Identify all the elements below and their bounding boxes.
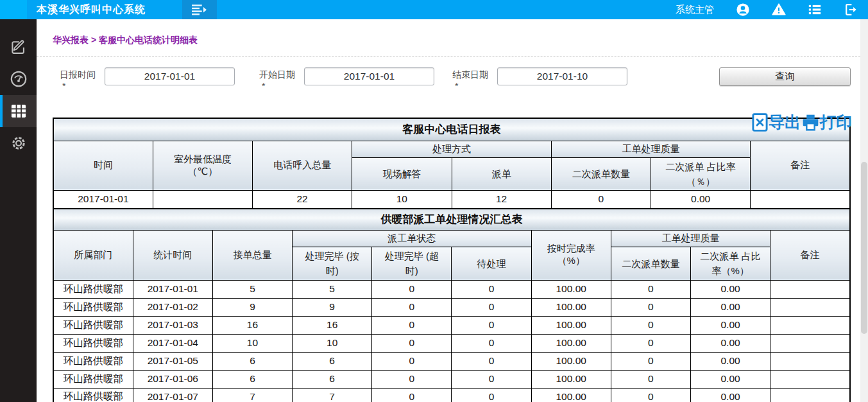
search-button[interactable]: 查询 (719, 67, 851, 86)
table-cell: 0.00 (651, 191, 751, 209)
table-cell (770, 352, 850, 370)
table-cell: 5 (293, 280, 372, 298)
column-header: 二次派单数量 (611, 247, 690, 281)
user-role-label[interactable]: 系统主管 (676, 4, 714, 16)
table-cell: 7 (293, 388, 372, 402)
print-button[interactable]: 打印 (802, 114, 852, 131)
table-cell: 9 (212, 298, 292, 316)
table-cell: 0 (611, 280, 690, 298)
scrollbar-thumb[interactable] (861, 162, 867, 334)
table-cell: 0 (452, 370, 531, 388)
table-title: 客服中心电话日报表 (53, 118, 850, 141)
topbar-right-group: 系统主管 (676, 0, 858, 19)
table-cell: 2017-01-03 (133, 316, 212, 334)
end-date-input[interactable] (497, 67, 627, 85)
table-cell: 10 (293, 334, 372, 352)
filter-label-report-date: 日报时间* (60, 67, 96, 92)
app-window: 本溪华兴呼叫中心系统 系统主管 (0, 0, 868, 402)
column-group-header: 工单处理质量 (551, 141, 751, 157)
excel-icon (752, 113, 769, 132)
table-cell (770, 280, 850, 298)
table-cell: 0.00 (691, 334, 770, 352)
table-cell: 0 (452, 388, 531, 402)
main-content: 华兴报表 > 客服中心电话统计明细表 日报时间* 开始日期* 结束日期* 查询 (37, 19, 860, 402)
list-icon[interactable] (808, 3, 822, 17)
report-tables: 导出 打印 客服中心电话日报表 (53, 118, 851, 402)
table-cell: 0 (372, 280, 452, 298)
column-header: 接单总量 (212, 231, 292, 281)
table-cell (770, 316, 850, 334)
table-cell: 6 (293, 370, 372, 388)
column-header: 处理完毕 (超时) (372, 247, 452, 281)
sidebar-item-dashboard[interactable] (0, 63, 37, 95)
table-cell: 6 (212, 352, 292, 370)
table-cell: 0 (611, 334, 690, 352)
table-cell: 100.00 (531, 352, 611, 370)
table-cell (770, 370, 850, 388)
table-cell: 6 (293, 352, 372, 370)
table-cell: 0.00 (691, 298, 770, 316)
table-cell: 0 (372, 352, 452, 370)
table-cell: 22 (253, 191, 352, 209)
table-cell: 2017-01-01 (133, 280, 212, 298)
filter-bar: 日报时间* 开始日期* 结束日期* 查询 (37, 57, 860, 92)
table-cell: 环山路供暖部 (53, 298, 133, 316)
topbar-left-accent (0, 0, 27, 19)
column-header: 派单 (452, 157, 551, 191)
vertical-scrollbar[interactable] (860, 19, 868, 402)
table-cell: 环山路供暖部 (53, 352, 133, 370)
table-cell: 0.00 (691, 280, 770, 298)
table-cell: 100.00 (531, 298, 611, 316)
column-group-header: 处理方式 (352, 141, 552, 157)
summary-rows: 环山路供暖部2017-01-015500100.0000.00环山路供暖部201… (53, 280, 850, 402)
table-title: 供暖部派工单处理情况汇总表 (53, 209, 850, 231)
breadcrumb: 华兴报表 > 客服中心电话统计明细表 (37, 19, 860, 57)
start-date-input[interactable] (304, 67, 434, 85)
sidebar-item-edit[interactable] (0, 31, 37, 63)
table-row: 环山路供暖部2017-01-04101000100.0000.00 (53, 334, 850, 352)
table-row: 环山路供暖部2017-01-029900100.0000.00 (53, 298, 850, 316)
table-cell: 5 (212, 280, 292, 298)
table-cell: 0 (452, 280, 531, 298)
required-asterisk: * (259, 81, 295, 92)
menu-toggle-button[interactable] (182, 0, 217, 19)
user-icon[interactable] (736, 3, 750, 17)
column-group-header: 工单处理质量 (611, 231, 770, 247)
table-cell (770, 298, 850, 316)
gauge-icon (10, 70, 28, 88)
column-header: 备注 (751, 141, 850, 191)
table-cell: 0 (611, 370, 690, 388)
printer-icon (802, 114, 820, 131)
sidebar-item-reports[interactable] (0, 95, 37, 127)
column-header: 二次派单数量 (551, 157, 651, 191)
report-date-input[interactable] (105, 67, 235, 85)
table-row: 环山路供暖部2017-01-015500100.0000.00 (53, 280, 850, 298)
table-cell: 16 (293, 316, 372, 334)
table-cell: 12 (452, 191, 551, 209)
table-cell: 0.00 (691, 388, 770, 402)
sidebar-item-settings[interactable] (0, 127, 37, 159)
table-row: 环山路供暖部2017-01-056600100.0000.00 (53, 352, 850, 370)
table-cell: 7 (212, 388, 292, 402)
filter-label-end-date: 结束日期* (452, 67, 488, 92)
table-cell: 环山路供暖部 (53, 334, 133, 352)
table-cell: 10 (352, 191, 452, 209)
logout-icon[interactable] (844, 3, 858, 17)
column-header: 二次派单 占比率（％） (651, 157, 751, 191)
alert-triangle-icon[interactable] (772, 3, 786, 17)
column-header: 时间 (53, 141, 153, 191)
table-cell: 9 (293, 298, 372, 316)
table-cell: 100.00 (531, 334, 611, 352)
table-actions: 导出 打印 (752, 113, 852, 132)
table-cell (770, 388, 850, 402)
table-cell: 100.00 (531, 388, 611, 402)
table-cell: 0 (452, 298, 531, 316)
required-asterisk: * (60, 81, 96, 92)
column-header: 电话呼入总量 (253, 141, 352, 191)
table-cell: 100.00 (531, 280, 611, 298)
table-row: 2017-01-0122101200.00 (53, 191, 850, 209)
daily-report-rows: 2017-01-0122101200.00 (53, 191, 850, 209)
table-cell (751, 191, 850, 209)
export-button[interactable]: 导出 (752, 113, 801, 132)
table-cell: 10 (212, 334, 292, 352)
